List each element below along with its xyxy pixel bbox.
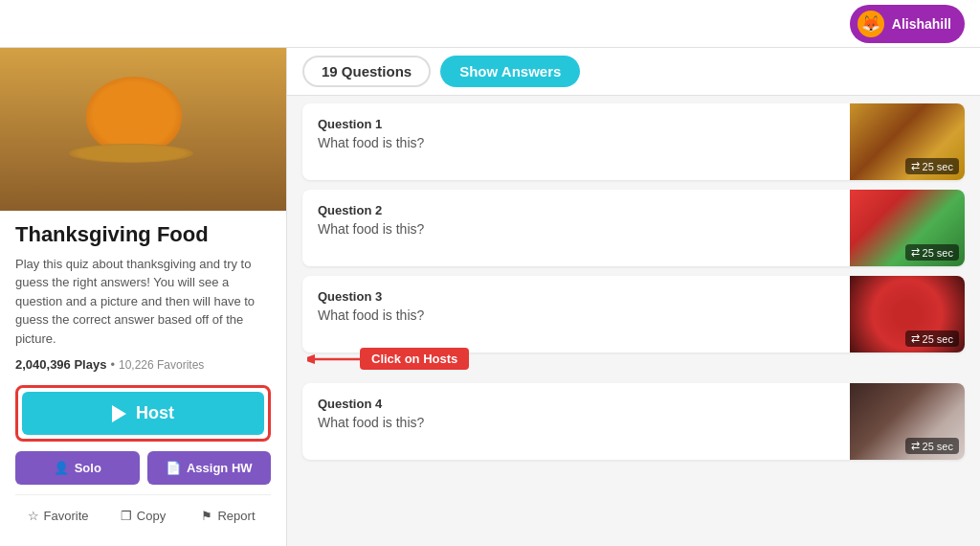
table-row: Question 2 What food is this? ⇄ 25 sec xyxy=(302,190,965,266)
question-label: Question 1 xyxy=(318,117,835,131)
play-icon xyxy=(112,405,126,422)
table-row: Question 4 What food is this? ⇄ 25 sec xyxy=(302,383,965,460)
question-image: ⇄ 25 sec xyxy=(850,276,965,353)
assign-hw-button[interactable]: 📄 Assign HW xyxy=(147,451,272,485)
questions-list: Question 1 What food is this? ⇄ 25 sec Q… xyxy=(287,96,980,477)
username: Alishahill xyxy=(892,16,951,32)
question-text: What food is this? xyxy=(318,221,835,237)
time-label: 25 sec xyxy=(923,441,953,452)
favorite-icon: ☆ xyxy=(28,509,39,523)
shuffle-icon: ⇄ xyxy=(911,332,920,345)
question-content: Question 3 What food is this? xyxy=(302,276,850,353)
show-answers-button[interactable]: Show Answers xyxy=(440,56,580,87)
host-button-wrapper: Host xyxy=(15,385,271,442)
callout: Click on Hosts xyxy=(360,348,469,370)
favorite-label: Favorite xyxy=(44,509,89,523)
copy-label: Copy xyxy=(137,509,166,523)
question-text: What food is this? xyxy=(318,415,835,430)
report-icon: ⚑ xyxy=(201,509,212,523)
copy-button[interactable]: ❐ Copy xyxy=(100,503,186,529)
time-badge: ⇄ 25 sec xyxy=(905,330,959,347)
right-panel: 19 Questions Show Answers Question 1 Wha… xyxy=(287,48,980,546)
dot: • xyxy=(110,357,115,372)
quiz-description: Play this quiz about thanksgiving and tr… xyxy=(15,255,271,349)
favorite-button[interactable]: ☆ Favorite xyxy=(15,503,100,529)
time-label: 25 sec xyxy=(923,247,953,259)
table-row: Question 3 What food is this? ⇄ 25 sec xyxy=(302,276,965,353)
question-content: Question 4 What food is this? xyxy=(302,383,850,460)
question-text: What food is this? xyxy=(318,307,835,323)
callout-arrow-svg xyxy=(307,350,365,378)
question-image: ⇄ 25 sec xyxy=(850,190,965,266)
question-content: Question 1 What food is this? xyxy=(302,103,850,180)
solo-label: Solo xyxy=(75,461,101,475)
questions-count-tab[interactable]: 19 Questions xyxy=(302,56,431,87)
question-label: Question 2 xyxy=(318,203,835,217)
question-content: Question 2 What food is this? xyxy=(302,190,850,266)
host-label: Host xyxy=(136,403,174,423)
solo-icon: 👤 xyxy=(54,461,69,475)
question-label: Question 3 xyxy=(318,289,835,304)
question-image: ⇄ 25 sec xyxy=(850,103,965,180)
hw-label: Assign HW xyxy=(187,461,253,475)
avatar: 🦊 xyxy=(858,11,884,37)
questions-header: 19 Questions Show Answers xyxy=(287,48,980,96)
shuffle-icon: ⇄ xyxy=(911,246,920,259)
user-badge[interactable]: 🦊 Alishahill xyxy=(850,5,965,43)
copy-icon: ❐ xyxy=(121,509,132,523)
callout-label: Click on Hosts xyxy=(360,348,469,370)
question-image: ⇄ 25 sec xyxy=(850,383,965,460)
report-button[interactable]: ⚑ Report xyxy=(186,503,271,529)
plays-count: 2,040,396 Plays xyxy=(15,357,106,372)
quiz-title: Thanksgiving Food xyxy=(15,222,271,247)
time-label: 25 sec xyxy=(923,161,953,172)
bottom-actions: ☆ Favorite ❐ Copy ⚑ Report xyxy=(15,494,271,535)
time-badge: ⇄ 25 sec xyxy=(905,244,959,261)
quiz-image xyxy=(0,48,286,211)
hw-icon: 📄 xyxy=(166,461,181,475)
host-button[interactable]: Host xyxy=(22,392,264,435)
solo-button[interactable]: 👤 Solo xyxy=(15,451,140,485)
top-bar: 🦊 Alishahill xyxy=(0,0,980,48)
quiz-info: Thanksgiving Food Play this quiz about t… xyxy=(0,211,286,547)
favorites-count: 10,226 Favorites xyxy=(119,358,204,372)
shuffle-icon: ⇄ xyxy=(911,160,920,172)
question-label: Question 4 xyxy=(318,397,835,411)
time-badge: ⇄ 25 sec xyxy=(905,158,959,174)
report-label: Report xyxy=(217,509,255,523)
quiz-stats: 2,040,396 Plays•10,226 Favorites xyxy=(15,357,271,372)
table-row: Question 1 What food is this? ⇄ 25 sec xyxy=(302,103,965,180)
main-content: Thanksgiving Food Play this quiz about t… xyxy=(0,48,980,546)
time-badge: ⇄ 25 sec xyxy=(905,438,959,454)
shuffle-icon: ⇄ xyxy=(911,440,920,452)
question-text: What food is this? xyxy=(318,135,835,150)
callout-container: Question 3 What food is this? ⇄ 25 sec C… xyxy=(302,276,965,353)
action-row: 👤 Solo 📄 Assign HW xyxy=(15,451,271,485)
left-panel: Thanksgiving Food Play this quiz about t… xyxy=(0,48,287,546)
time-label: 25 sec xyxy=(923,333,953,345)
